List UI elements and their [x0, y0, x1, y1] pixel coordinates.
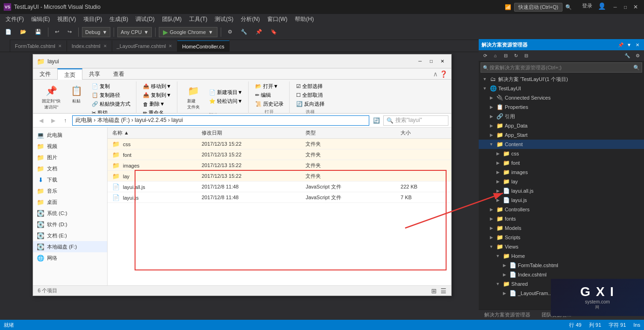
menu-debug[interactable]: 调试(D) [132, 14, 158, 24]
menu-window[interactable]: 窗口(W) [264, 14, 291, 24]
menu-analyze[interactable]: 分析(N) [237, 14, 264, 24]
tab-formtable[interactable]: FormTable.cshtml ✕ [10, 40, 67, 52]
tab-layoutframe[interactable]: _LayoutFrame.cshtml ✕ [112, 40, 178, 52]
fe-path-input[interactable]: 此电脑 › 本地磁盘 (F:) › layui-v2.2.45 › layui [72, 115, 369, 126]
se-tree-node[interactable]: ▶ 📁 Models [479, 223, 644, 233]
menu-test[interactable]: 测试(S) [211, 14, 237, 24]
toolbar-extra-2[interactable]: 🔧 [237, 27, 251, 38]
se-tree-node[interactable]: ▶ 📄 layui.js [479, 195, 644, 205]
menu-team[interactable]: 团队(M) [158, 14, 185, 24]
col-date[interactable]: 修改日期 [197, 128, 301, 139]
se-tab-solution[interactable]: 解决方案资源管理器 [479, 310, 536, 319]
cpu-selector[interactable]: Any CPU ▼ [117, 27, 152, 37]
se-tree-node[interactable]: ▶ 📁 Controllers [479, 205, 644, 214]
menu-view[interactable]: 视图(V) [54, 14, 80, 24]
copy-to-btn[interactable]: 📥复制到▼ [141, 91, 173, 99]
se-props-btn[interactable]: ⊟ [501, 52, 510, 60]
se-settings-btn[interactable]: ⚙ [633, 52, 642, 60]
se-pin-btn[interactable]: 📌 [617, 41, 624, 48]
sidebar-desktop[interactable]: 📁 桌面 [33, 196, 107, 208]
sidebar-pictures[interactable]: 📁 图片 [33, 152, 107, 163]
se-tree-node[interactable]: ▶ 📁 images [479, 168, 644, 177]
toolbar-undo[interactable]: ↩ [52, 27, 62, 38]
toolbar-extra-1[interactable]: ⚙ [224, 27, 236, 38]
table-row[interactable]: 📁 css 2017/12/13 15:22 文件夹 [108, 139, 451, 149]
se-tree-node[interactable]: ▶ 📁 App_Start [479, 130, 644, 140]
se-tree-node[interactable]: ▼ 📁 Home [479, 251, 644, 261]
menu-build[interactable]: 生成(B) [106, 14, 132, 24]
ribbon-up-arrow[interactable]: ∧ [433, 70, 438, 78]
sidebar-drive-f[interactable]: 💽 本地磁盘 (F:) [33, 241, 107, 252]
toolbar-open[interactable]: 📂 [17, 27, 30, 38]
new-folder-btn[interactable]: 📁 新建文件夹 [182, 82, 205, 111]
fe-forward-btn[interactable]: ▶ [48, 115, 58, 126]
se-tree-node[interactable]: ▼ 📁 Content [479, 140, 644, 149]
se-search-magnifier[interactable]: 🔍 [633, 65, 640, 71]
close-btn[interactable]: ✕ [631, 2, 640, 12]
paste-btn[interactable]: 📋 粘贴 [65, 82, 88, 105]
table-row[interactable]: 📁 font 2017/12/13 15:22 文件夹 [108, 149, 451, 160]
fe-refresh-btn[interactable]: 🔄 [371, 115, 381, 126]
easy-access-btn[interactable]: ⭐轻松访问▼ [207, 97, 244, 105]
se-tree-node[interactable]: ▶ 📋 Properties [479, 102, 644, 112]
se-home-btn[interactable]: ⌂ [491, 52, 500, 60]
se-tree-node[interactable]: ▶ 📁 fonts [479, 214, 644, 223]
fe-up-btn[interactable]: ↑ [60, 115, 70, 126]
tab-index[interactable]: Index.cshtml ✕ [67, 40, 112, 52]
table-row[interactable]: 📄 layui.all.js 2017/12/8 11:48 JavaScrip… [108, 182, 451, 192]
menu-project[interactable]: 项目(P) [80, 14, 106, 24]
se-tree-node[interactable]: ▶ 📁 App_Data [479, 121, 644, 130]
se-tree-node[interactable]: ▶ 📁 Scripts [479, 233, 644, 242]
history-btn[interactable]: 📜历史记录 [253, 100, 285, 108]
se-tree-node[interactable]: ▶ 🔗 引用 [479, 112, 644, 121]
toolbar-save[interactable]: 💾 [32, 27, 45, 38]
tab-layoutframe-close[interactable]: ✕ [169, 44, 172, 48]
copy-path-btn[interactable]: 📋 复制路径 [90, 91, 132, 99]
se-filter-btn[interactable]: 🔧 [623, 52, 632, 60]
paste-shortcut-btn[interactable]: 🔗 粘贴快捷方式 [90, 100, 132, 108]
toolbar-extra-4[interactable]: 🔖 [267, 27, 280, 38]
table-row[interactable]: 📁 lay 2017/12/13 15:22 文件夹 [108, 171, 451, 182]
ribbon-tab-home[interactable]: 主页 [57, 68, 82, 80]
se-collapse-btn[interactable]: ⊟ [522, 52, 531, 60]
table-row[interactable]: 📄 layui.js 2017/12/8 11:48 JavaScript 文件… [108, 192, 451, 203]
invert-select-btn[interactable]: 🔄反向选择 [294, 100, 326, 108]
debug-selector[interactable]: Debug ▼ [82, 27, 110, 37]
minimize-btn[interactable]: ─ [610, 2, 620, 12]
ribbon-tab-file[interactable]: 文件 [33, 68, 57, 79]
ribbon-help[interactable]: ❓ [440, 70, 447, 78]
sidebar-drive-e[interactable]: 💽 文档 (E:) [33, 230, 107, 241]
se-sync-btn[interactable]: ⟳ [481, 52, 490, 60]
sidebar-documents[interactable]: 📁 文档 [33, 163, 107, 174]
login-btn[interactable]: 登录 [582, 2, 592, 12]
menu-file[interactable]: 文件(F) [2, 14, 27, 24]
sidebar-network[interactable]: 🌐 网络 [33, 252, 107, 263]
se-tree-node[interactable]: ▶ 📁 lay [479, 177, 644, 186]
sidebar-drive-c[interactable]: 💽 系统 (C:) [33, 208, 107, 219]
ribbon-tab-view[interactable]: 查看 [107, 68, 131, 79]
menu-help[interactable]: 帮助(H) [291, 14, 318, 24]
toolbar-new[interactable]: 📄 [2, 27, 15, 38]
col-type[interactable]: 类型 [301, 128, 396, 139]
open-btn[interactable]: 📂打开▼ [253, 82, 285, 90]
fe-back-btn[interactable]: ◀ [36, 115, 46, 126]
col-name[interactable]: 名称 ▲ [108, 128, 197, 139]
select-none-btn[interactable]: ☐全部取消 [294, 91, 326, 99]
select-all-btn[interactable]: ☑全部选择 [294, 82, 326, 90]
ribbon-tab-share[interactable]: 共享 [82, 68, 107, 79]
toolbar-extra-3[interactable]: 📌 [252, 27, 265, 38]
menu-tools[interactable]: 工具(T) [185, 14, 211, 24]
sidebar-drive-d[interactable]: 💽 软件 (D:) [33, 219, 107, 230]
se-search-bar[interactable]: 🔍 搜索解决方案资源管理器(Ctrl+;) 🔍 [481, 62, 642, 73]
table-row[interactable]: 📁 images 2017/12/13 15:22 文件夹 [108, 160, 451, 171]
edit-btn[interactable]: ✏编辑 [253, 91, 285, 99]
se-tree-node[interactable]: ▼ 📁 Views [479, 242, 644, 251]
col-size[interactable]: 大小 [396, 128, 451, 139]
se-tree-node[interactable]: ▶ 📁 css [479, 149, 644, 158]
tab-homecontroller[interactable]: HomeController.cs [177, 40, 229, 52]
sidebar-music[interactable]: 📁 音乐 [33, 185, 107, 196]
se-tree-node[interactable]: ▶ 📄 FormTable.cshtml [479, 261, 644, 270]
delete-btn[interactable]: 🗑删除▼ [141, 100, 173, 108]
tab-formtable-close[interactable]: ✕ [58, 44, 62, 48]
fe-close-btn[interactable]: ✕ [437, 58, 447, 65]
